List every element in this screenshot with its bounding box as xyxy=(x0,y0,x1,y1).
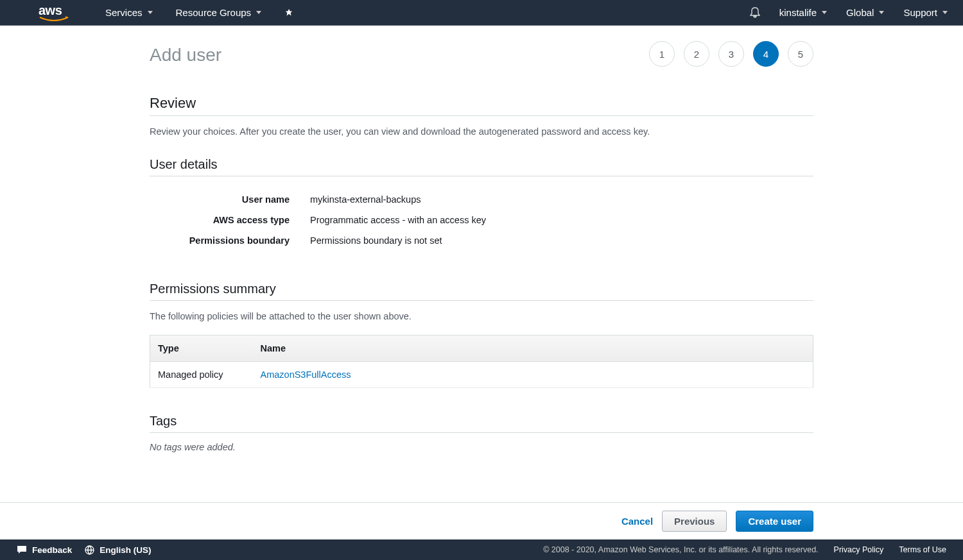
main-content: Add user 1 2 3 4 5 Review Review your ch… xyxy=(150,26,813,478)
action-bar: Cancel Previous Create user xyxy=(0,502,963,539)
detail-row: AWS access type Programmatic access - wi… xyxy=(150,210,813,230)
detail-value: Programmatic access - with an access key xyxy=(310,215,486,225)
page-title: Add user xyxy=(150,45,221,65)
permissions-table: Type Name Managed policy AmazonS3FullAcc… xyxy=(150,335,813,388)
step-4[interactable]: 4 xyxy=(753,41,779,67)
chevron-down-icon xyxy=(256,11,261,14)
detail-row: Permissions boundary Permissions boundar… xyxy=(150,230,813,251)
user-details: User name mykinsta-external-backups AWS … xyxy=(150,189,813,251)
pin-icon[interactable] xyxy=(284,8,293,17)
detail-row: User name mykinsta-external-backups xyxy=(150,189,813,210)
detail-value: Permissions boundary is not set xyxy=(310,235,442,246)
account-menu[interactable]: kinstalife xyxy=(779,7,827,18)
region-label: Global xyxy=(846,7,874,18)
aws-logo[interactable]: aws xyxy=(39,3,69,22)
services-menu[interactable]: Services xyxy=(105,7,153,18)
chevron-down-icon xyxy=(822,11,827,14)
resource-groups-menu[interactable]: Resource Groups xyxy=(176,7,262,18)
user-details-title: User details xyxy=(150,157,813,176)
cancel-button[interactable]: Cancel xyxy=(621,516,653,527)
wizard-steps: 1 2 3 4 5 xyxy=(649,41,813,67)
tags-title: Tags xyxy=(150,414,813,433)
col-name: Name xyxy=(253,335,813,361)
permissions-title: Permissions summary xyxy=(150,282,813,301)
chevron-down-icon xyxy=(942,11,948,14)
top-nav: aws Services Resource Groups kinstalife … xyxy=(0,0,963,26)
account-label: kinstalife xyxy=(779,7,817,18)
tags-empty: No tags were added. xyxy=(150,442,813,452)
aws-logo-text: aws xyxy=(39,3,62,17)
support-menu[interactable]: Support xyxy=(903,7,948,18)
region-menu[interactable]: Global xyxy=(846,7,884,18)
table-row: Managed policy AmazonS3FullAccess xyxy=(150,361,813,387)
notifications-icon[interactable] xyxy=(750,7,760,19)
previous-button[interactable]: Previous xyxy=(662,511,727,532)
policy-name-link[interactable]: AmazonS3FullAccess xyxy=(261,369,351,380)
support-label: Support xyxy=(903,7,937,18)
nav-left: Services Resource Groups xyxy=(105,7,293,18)
step-5[interactable]: 5 xyxy=(788,41,813,67)
header-row: Add user 1 2 3 4 5 xyxy=(150,41,813,67)
nav-right: kinstalife Global Support xyxy=(750,7,948,19)
resource-groups-label: Resource Groups xyxy=(176,7,252,18)
policy-type: Managed policy xyxy=(150,361,253,387)
step-1[interactable]: 1 xyxy=(649,41,675,67)
detail-value: mykinsta-external-backups xyxy=(310,194,421,205)
services-label: Services xyxy=(105,7,143,18)
step-2[interactable]: 2 xyxy=(684,41,709,67)
chevron-down-icon xyxy=(148,11,153,14)
detail-label: User name xyxy=(150,194,310,205)
chevron-down-icon xyxy=(879,11,884,14)
detail-label: Permissions boundary xyxy=(150,235,310,246)
step-3[interactable]: 3 xyxy=(718,41,744,67)
review-desc: Review your choices. After you create th… xyxy=(150,125,813,138)
detail-label: AWS access type xyxy=(150,215,310,225)
permissions-desc: The following policies will be attached … xyxy=(150,310,813,323)
create-user-button[interactable]: Create user xyxy=(736,511,813,532)
review-title: Review xyxy=(150,95,813,116)
col-type: Type xyxy=(150,335,253,361)
